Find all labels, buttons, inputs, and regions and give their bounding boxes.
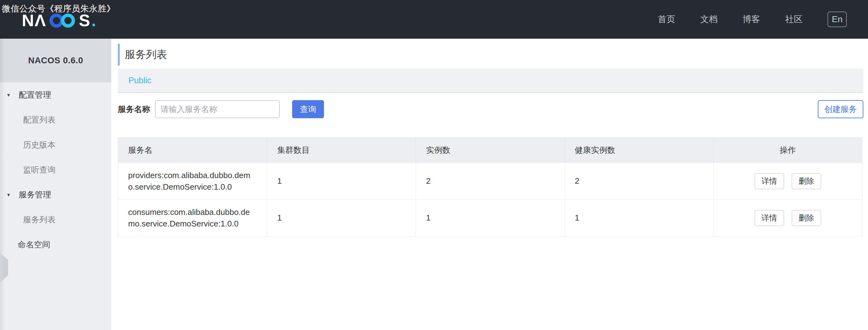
cell-instance-count: 2 xyxy=(415,163,564,199)
delete-button[interactable]: 删除 xyxy=(792,173,821,189)
nav-item-community[interactable]: 社区 xyxy=(785,13,803,25)
nacos-logo: NΛ S. xyxy=(22,12,97,29)
namespace-bar: Public xyxy=(118,69,863,93)
sidebar-item-label: 服务列表 xyxy=(23,214,56,225)
sidebar-menu: ▼ 配置管理 配置列表 历史版本 监听查询 ▼ 服务管理 服务列表 命名空间 xyxy=(0,82,111,257)
col-header-cluster-count: 集群数目 xyxy=(267,138,415,162)
logo-letter-n: N xyxy=(22,12,35,29)
top-navigation: 首页 文档 博客 社区 En xyxy=(658,0,847,39)
delete-button[interactable]: 删除 xyxy=(792,210,821,226)
sidebar-item-label: 监听查询 xyxy=(23,164,56,175)
sidebar-item-config-list[interactable]: 配置列表 xyxy=(0,107,111,132)
col-header-healthy-instance-count: 健康实例数 xyxy=(565,138,713,162)
page-title: 服务列表 xyxy=(125,48,167,62)
nav-item-blog[interactable]: 博客 xyxy=(743,13,760,25)
nav-item-home[interactable]: 首页 xyxy=(658,13,675,25)
cell-cluster-count: 1 xyxy=(267,163,415,199)
cell-service-name: consumers:com.alibaba.dubbo.demo.service… xyxy=(118,200,267,236)
create-service-button[interactable]: 创建服务 xyxy=(818,100,863,118)
service-name-text: providers:com.alibaba.dubbo.demo.service… xyxy=(128,170,250,193)
sidebar-version-title: NACOS 0.6.0 xyxy=(0,39,111,82)
col-header-service-name: 服务名 xyxy=(118,138,267,162)
logo-letter-s: S xyxy=(79,12,91,29)
logo-infinity-icon xyxy=(47,12,78,29)
service-name-text: consumers:com.alibaba.dubbo.demo.service… xyxy=(128,207,250,230)
table-row: providers:com.alibaba.dubbo.demo.service… xyxy=(118,163,862,199)
sidebar-item-label: 配置列表 xyxy=(23,115,56,125)
service-name-label: 服务名称 xyxy=(118,100,150,118)
caret-down-icon: ▼ xyxy=(6,92,11,98)
table-row: consumers:com.alibaba.dubbo.demo.service… xyxy=(118,199,862,236)
cell-healthy-instance-count: 1 xyxy=(565,200,713,236)
sidebar-item-namespace[interactable]: 命名空间 xyxy=(0,232,111,257)
cell-service-name: providers:com.alibaba.dubbo.demo.service… xyxy=(118,163,267,199)
service-name-input[interactable] xyxy=(155,100,280,118)
top-header-bar: 微信公众号《程序员朱永胜》 NΛ S. 首页 文档 博客 社区 En xyxy=(0,0,868,39)
cell-healthy-instance-count: 2 xyxy=(565,163,713,199)
page-title-block: 服务列表 xyxy=(118,44,167,65)
sidebar-item-service-list[interactable]: 服务列表 xyxy=(0,207,111,232)
cell-operations: 详情 删除 xyxy=(713,163,862,199)
sidebar-group-label: 服务管理 xyxy=(19,189,51,200)
caret-down-icon: ▼ xyxy=(6,192,11,198)
service-table: 服务名 集群数目 实例数 健康实例数 操作 providers:com.alib… xyxy=(118,137,862,236)
nav-item-docs[interactable]: 文档 xyxy=(700,13,718,25)
language-toggle-button[interactable]: En xyxy=(828,11,847,27)
sidebar: NACOS 0.6.0 ▼ 配置管理 配置列表 历史版本 监听查询 ▼ 服务管理… xyxy=(0,39,111,330)
sidebar-group-service-management[interactable]: ▼ 服务管理 xyxy=(0,182,111,207)
query-button[interactable]: 查询 xyxy=(292,100,324,118)
detail-button[interactable]: 详情 xyxy=(754,210,784,226)
sidebar-group-config-management[interactable]: ▼ 配置管理 xyxy=(0,82,111,107)
col-header-instance-count: 实例数 xyxy=(415,138,564,162)
sidebar-group-label: 配置管理 xyxy=(19,90,51,100)
sidebar-collapse-handle[interactable] xyxy=(0,253,8,282)
namespace-tab-public[interactable]: Public xyxy=(128,76,152,86)
table-header-row: 服务名 集群数目 实例数 健康实例数 操作 xyxy=(118,138,862,163)
cell-instance-count: 1 xyxy=(415,200,564,236)
sidebar-item-label: 历史版本 xyxy=(23,140,56,150)
cell-operations: 详情 删除 xyxy=(713,200,862,236)
logo-dot: . xyxy=(91,12,97,29)
sidebar-item-listening-query[interactable]: 监听查询 xyxy=(0,157,111,182)
sidebar-item-label: 命名空间 xyxy=(18,239,50,250)
main-content: 服务列表 Public 服务名称 查询 创建服务 服务名 集群数目 实例数 健康… xyxy=(111,39,868,330)
cell-cluster-count: 1 xyxy=(267,200,415,236)
sidebar-item-history-versions[interactable]: 历史版本 xyxy=(0,132,111,157)
logo-letter-a: Λ xyxy=(35,12,46,29)
detail-button[interactable]: 详情 xyxy=(754,173,784,189)
col-header-operations: 操作 xyxy=(713,138,862,162)
